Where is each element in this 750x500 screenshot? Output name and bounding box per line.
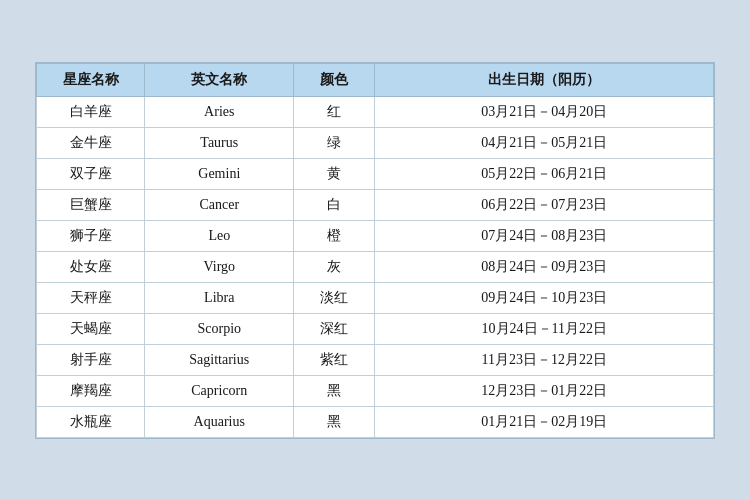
cell-color: 黄 <box>294 158 375 189</box>
table-row: 天蝎座Scorpio深红10月24日－11月22日 <box>37 313 714 344</box>
cell-chinese: 天秤座 <box>37 282 145 313</box>
cell-date: 04月21日－05月21日 <box>375 127 714 158</box>
cell-color: 淡红 <box>294 282 375 313</box>
table-body: 白羊座Aries红03月21日－04月20日金牛座Taurus绿04月21日－0… <box>37 96 714 437</box>
zodiac-table-container: 星座名称 英文名称 颜色 出生日期（阳历） 白羊座Aries红03月21日－04… <box>35 62 715 439</box>
cell-date: 08月24日－09月23日 <box>375 251 714 282</box>
table-row: 双子座Gemini黄05月22日－06月21日 <box>37 158 714 189</box>
table-row: 摩羯座Capricorn黑12月23日－01月22日 <box>37 375 714 406</box>
header-english: 英文名称 <box>145 63 294 96</box>
table-row: 处女座Virgo灰08月24日－09月23日 <box>37 251 714 282</box>
table-row: 巨蟹座Cancer白06月22日－07月23日 <box>37 189 714 220</box>
cell-color: 深红 <box>294 313 375 344</box>
cell-date: 03月21日－04月20日 <box>375 96 714 127</box>
cell-date: 01月21日－02月19日 <box>375 406 714 437</box>
cell-date: 12月23日－01月22日 <box>375 375 714 406</box>
cell-color: 绿 <box>294 127 375 158</box>
cell-english: Aquarius <box>145 406 294 437</box>
cell-color: 黑 <box>294 375 375 406</box>
cell-color: 橙 <box>294 220 375 251</box>
cell-english: Gemini <box>145 158 294 189</box>
table-header-row: 星座名称 英文名称 颜色 出生日期（阳历） <box>37 63 714 96</box>
cell-color: 黑 <box>294 406 375 437</box>
cell-date: 05月22日－06月21日 <box>375 158 714 189</box>
cell-english: Taurus <box>145 127 294 158</box>
cell-english: Cancer <box>145 189 294 220</box>
cell-chinese: 巨蟹座 <box>37 189 145 220</box>
cell-chinese: 白羊座 <box>37 96 145 127</box>
table-row: 水瓶座Aquarius黑01月21日－02月19日 <box>37 406 714 437</box>
header-color: 颜色 <box>294 63 375 96</box>
zodiac-table: 星座名称 英文名称 颜色 出生日期（阳历） 白羊座Aries红03月21日－04… <box>36 63 714 438</box>
cell-date: 11月23日－12月22日 <box>375 344 714 375</box>
table-row: 天秤座Libra淡红09月24日－10月23日 <box>37 282 714 313</box>
cell-date: 09月24日－10月23日 <box>375 282 714 313</box>
cell-date: 07月24日－08月23日 <box>375 220 714 251</box>
cell-english: Libra <box>145 282 294 313</box>
table-row: 白羊座Aries红03月21日－04月20日 <box>37 96 714 127</box>
cell-chinese: 处女座 <box>37 251 145 282</box>
cell-color: 白 <box>294 189 375 220</box>
cell-english: Sagittarius <box>145 344 294 375</box>
cell-english: Virgo <box>145 251 294 282</box>
cell-color: 紫红 <box>294 344 375 375</box>
cell-english: Capricorn <box>145 375 294 406</box>
cell-english: Leo <box>145 220 294 251</box>
cell-chinese: 摩羯座 <box>37 375 145 406</box>
cell-english: Scorpio <box>145 313 294 344</box>
table-row: 射手座Sagittarius紫红11月23日－12月22日 <box>37 344 714 375</box>
table-row: 金牛座Taurus绿04月21日－05月21日 <box>37 127 714 158</box>
cell-chinese: 水瓶座 <box>37 406 145 437</box>
cell-chinese: 金牛座 <box>37 127 145 158</box>
cell-chinese: 狮子座 <box>37 220 145 251</box>
cell-date: 06月22日－07月23日 <box>375 189 714 220</box>
cell-chinese: 射手座 <box>37 344 145 375</box>
cell-date: 10月24日－11月22日 <box>375 313 714 344</box>
header-date: 出生日期（阳历） <box>375 63 714 96</box>
cell-chinese: 天蝎座 <box>37 313 145 344</box>
cell-english: Aries <box>145 96 294 127</box>
cell-color: 红 <box>294 96 375 127</box>
cell-color: 灰 <box>294 251 375 282</box>
table-row: 狮子座Leo橙07月24日－08月23日 <box>37 220 714 251</box>
header-chinese: 星座名称 <box>37 63 145 96</box>
cell-chinese: 双子座 <box>37 158 145 189</box>
